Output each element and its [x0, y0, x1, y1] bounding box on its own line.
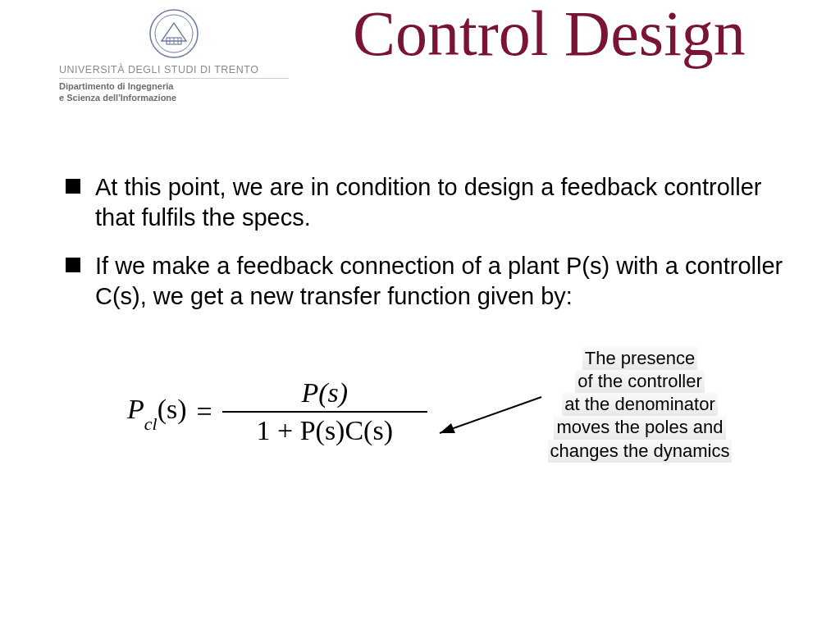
svg-point-0	[150, 10, 198, 57]
formula-P: P	[127, 394, 144, 424]
formula-fraction: P(s) 1 + P(s)C(s)	[222, 377, 427, 446]
annotation-line: at the denominator	[562, 393, 717, 416]
formula-denominator: 1 + P(s)C(s)	[251, 413, 398, 446]
formula-equals: =	[197, 396, 212, 427]
bullet-list: At this point, we are in condition to de…	[66, 172, 788, 330]
bullet-item: At this point, we are in condition to de…	[66, 172, 788, 233]
formula-numerator: P(s)	[222, 377, 427, 413]
university-name: UNIVERSITÀ DEGLI STUDI DI TRENTO	[59, 64, 289, 79]
annotation-line: moves the poles and	[554, 416, 725, 439]
annotation-line: of the controller	[575, 370, 705, 393]
bullet-text: At this point, we are in condition to de…	[95, 172, 788, 233]
formula-arg: (s)	[158, 394, 187, 424]
bullet-marker-icon	[66, 258, 80, 272]
closed-loop-formula: Pcl(s) = P(s) 1 + P(s)C(s)	[127, 377, 427, 446]
slide-title: Control Design	[353, 0, 746, 67]
department-line1: Dipartimento di Ingegneria	[59, 81, 289, 93]
formula-subscript: cl	[144, 413, 158, 434]
annotation-text: The presence of the controller at the de…	[525, 347, 755, 463]
university-seal-icon	[148, 8, 199, 59]
annotation-line: The presence	[582, 347, 698, 370]
svg-point-1	[155, 15, 193, 52]
bullet-text: If we make a feedback connection of a pl…	[95, 251, 788, 312]
formula-lhs: Pcl(s)	[127, 394, 187, 430]
svg-marker-7	[440, 423, 455, 433]
annotation-line: changes the dynamics	[548, 440, 733, 463]
bullet-marker-icon	[66, 179, 80, 194]
university-logo-block: UNIVERSITÀ DEGLI STUDI DI TRENTO Diparti…	[59, 8, 289, 104]
bullet-item: If we make a feedback connection of a pl…	[66, 251, 788, 312]
department-line2: e Scienza dell'Informazione	[59, 93, 289, 104]
